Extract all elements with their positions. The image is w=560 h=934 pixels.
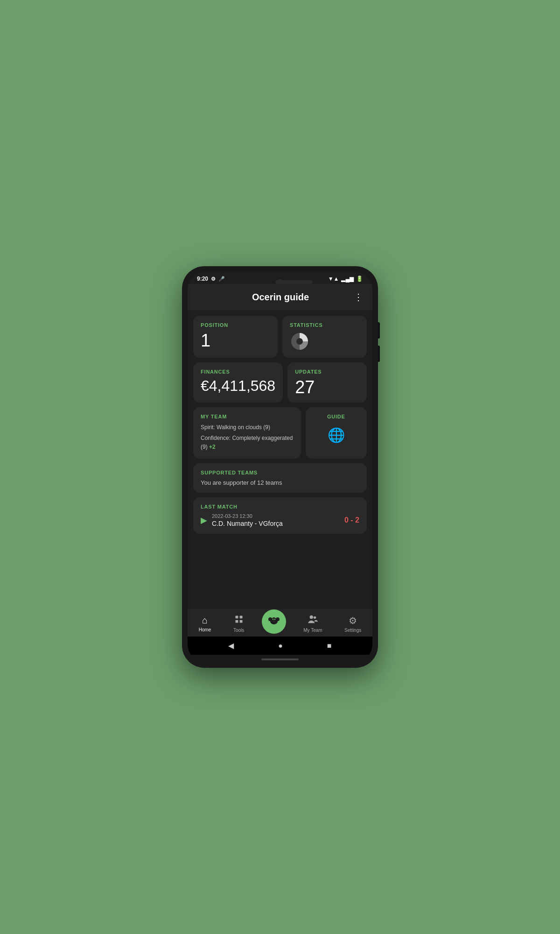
back-button[interactable]: ◀ — [228, 641, 234, 650]
svg-rect-5 — [239, 620, 242, 623]
svg-point-12 — [273, 620, 275, 622]
nav-home-label: Home — [199, 627, 211, 632]
nav-settings-label: Settings — [344, 628, 361, 633]
row-position-stats: POSITION 1 STATISTICS — [193, 316, 367, 358]
svg-point-7 — [268, 617, 272, 621]
globe-icon: 🌐 — [328, 427, 345, 443]
position-card[interactable]: POSITION 1 — [193, 316, 278, 358]
supported-teams-text: You are supporter of 12 teams — [201, 479, 359, 486]
last-match-label: LAST MATCH — [201, 504, 359, 509]
play-icon: ▶ — [201, 515, 207, 525]
position-value: 1 — [201, 332, 270, 349]
nav-myteam-label: My Team — [303, 628, 322, 633]
bottom-nav: ⌂ Home Tools — [188, 609, 372, 637]
match-teams: C.D. Numanty - VGforça — [212, 520, 340, 527]
match-info: 2022-03-23 12:30 C.D. Numanty - VGforça — [212, 513, 340, 527]
svg-point-14 — [314, 616, 316, 619]
match-score: 0 - 2 — [344, 516, 359, 524]
more-vert-button[interactable]: ⋮ — [352, 290, 365, 304]
handle-bar — [261, 658, 299, 660]
bottom-handle — [188, 655, 372, 662]
nav-home[interactable]: ⌂ Home — [194, 613, 216, 634]
nav-tools-label: Tools — [233, 628, 244, 633]
myteam-icon — [308, 615, 318, 626]
nav-settings[interactable]: ⚙ Settings — [340, 613, 366, 635]
nav-center-button[interactable] — [262, 609, 286, 634]
svg-point-11 — [274, 618, 275, 619]
finances-value: €4,411,568 — [201, 378, 275, 393]
home-button[interactable]: ● — [278, 642, 283, 650]
supported-teams-card[interactable]: SUPPORTED TEAMS You are supporter of 12 … — [193, 463, 367, 493]
svg-point-1 — [296, 338, 303, 345]
updates-label: UPDATES — [295, 369, 359, 375]
pie-chart-icon — [290, 332, 309, 351]
system-nav-bar: ◀ ● ■ — [188, 637, 372, 655]
row-myteam-guide: MY TEAM Spirit: Walking on clouds (9) Co… — [193, 407, 367, 459]
status-time: 9:20 — [197, 276, 208, 282]
finances-card[interactable]: FINANCES €4,411,568 — [193, 362, 283, 403]
statistics-chart — [290, 332, 359, 351]
tools-icon — [234, 615, 244, 626]
svg-rect-3 — [239, 616, 242, 619]
main-content: POSITION 1 STATISTICS — [188, 310, 372, 609]
match-row: ▶ 2022-03-23 12:30 C.D. Numanty - VGforç… — [201, 513, 359, 527]
row-finances-updates: FINANCES €4,411,568 UPDATES 27 — [193, 362, 367, 403]
svg-point-10 — [273, 618, 273, 619]
battery-icon: 🔋 — [356, 276, 363, 282]
svg-point-8 — [276, 617, 280, 621]
myteam-label: MY TEAM — [201, 414, 294, 419]
mic-icon: 🎤 — [218, 276, 225, 282]
status-bar: 9:20 ⚙ 🎤 ▼▲ ▂▄▆ 🔋 — [188, 272, 372, 284]
finances-label: FINANCES — [201, 369, 275, 375]
recents-button[interactable]: ■ — [327, 642, 332, 650]
nav-tools[interactable]: Tools — [229, 613, 249, 635]
statistics-label: STATISTICS — [290, 322, 359, 328]
svg-rect-4 — [235, 620, 238, 623]
settings-icon: ⚙ — [349, 615, 357, 626]
nav-myteam[interactable]: My Team — [299, 613, 327, 635]
supported-teams-label: SUPPORTED TEAMS — [201, 470, 359, 475]
confidence-delta: +2 — [209, 444, 216, 450]
statistics-card[interactable]: STATISTICS — [282, 316, 367, 358]
monkey-icon — [267, 614, 280, 630]
myteam-card[interactable]: MY TEAM Spirit: Walking on clouds (9) Co… — [193, 407, 301, 459]
guide-card[interactable]: GUIDE 🌐 — [306, 407, 367, 459]
guide-label: GUIDE — [327, 414, 345, 419]
updates-card[interactable]: UPDATES 27 — [287, 362, 367, 403]
app-bar: Ocerin guide ⋮ — [188, 284, 372, 310]
phone-screen: 9:20 ⚙ 🎤 ▼▲ ▂▄▆ 🔋 Ocerin guide ⋮ POSITIO… — [188, 272, 372, 662]
updates-value: 27 — [295, 378, 359, 396]
last-match-card[interactable]: LAST MATCH ▶ 2022-03-23 12:30 C.D. Numan… — [193, 497, 367, 534]
wifi-icon: ▼▲ — [328, 276, 339, 282]
home-icon: ⌂ — [202, 615, 208, 626]
myteam-spirit: Spirit: Walking on clouds (9) — [201, 423, 294, 432]
svg-point-13 — [310, 616, 313, 619]
position-label: POSITION — [201, 322, 270, 328]
myteam-confidence: Confidence: Completely exaggerated (9) +… — [201, 434, 294, 452]
match-datetime: 2022-03-23 12:30 — [212, 513, 340, 519]
svg-rect-2 — [235, 616, 238, 619]
app-title: Ocerin guide — [209, 292, 352, 303]
gear-icon: ⚙ — [211, 276, 216, 282]
signal-icon: ▂▄▆ — [341, 276, 354, 282]
phone-device: 9:20 ⚙ 🎤 ▼▲ ▂▄▆ 🔋 Ocerin guide ⋮ POSITIO… — [182, 266, 378, 668]
